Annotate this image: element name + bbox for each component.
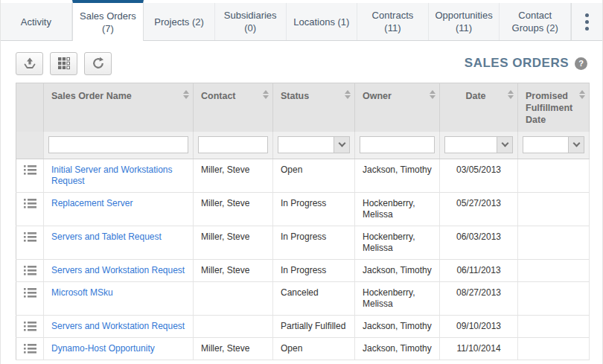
cell-sales-order-name: Servers and Workstation Request xyxy=(44,259,194,281)
column-header-label: Promised Fulfillment Date xyxy=(526,91,572,125)
sort-arrows-icon[interactable] xyxy=(183,90,189,99)
cell-promised-fulfillment-date xyxy=(518,281,590,315)
column-header-contact[interactable]: Contact xyxy=(194,83,273,132)
tab-activity[interactable]: Activity xyxy=(1,3,72,40)
tab-label: Subsidiaries (0) xyxy=(221,9,280,34)
table-header-row: Sales Order NameContactStatusOwnerDatePr… xyxy=(16,83,590,132)
filter-cell-promised-fulfillment-date xyxy=(518,132,590,159)
row-menu-cell xyxy=(16,259,44,281)
overflow-menu-button[interactable] xyxy=(571,3,602,40)
portlet-sales-orders: ActivitySales Orders (7)Projects (2)Subs… xyxy=(0,0,603,364)
tab-label: Locations (1) xyxy=(293,16,349,28)
cell-contact: Miller, Steve xyxy=(194,226,273,259)
cell-status: Partially Fulfilled xyxy=(273,315,355,337)
cell-contact: Miller, Steve xyxy=(194,259,273,281)
row-menu-icon[interactable] xyxy=(24,165,36,179)
filter-input-contact[interactable] xyxy=(198,136,268,153)
filter-input-sales-order-name[interactable] xyxy=(48,136,188,153)
tab-locations-1[interactable]: Locations (1) xyxy=(287,3,358,40)
column-header-promised-fulfillment-date[interactable]: Promised Fulfillment Date xyxy=(518,83,590,132)
cell-owner: Hockenberry, Melissa xyxy=(355,281,440,315)
cell-date: 05/27/2013 xyxy=(440,192,518,226)
column-header-label: Status xyxy=(281,91,309,101)
row-menu-column-header xyxy=(16,83,44,132)
list-toolbar: SALES ORDERS ? xyxy=(1,41,602,83)
tab-label: Opportunities (11) xyxy=(435,9,494,34)
row-menu-icon[interactable] xyxy=(24,265,36,279)
help-icon[interactable]: ? xyxy=(575,57,587,70)
columns-button[interactable] xyxy=(50,52,77,75)
column-header-label: Date xyxy=(465,91,485,101)
sort-arrows-icon[interactable] xyxy=(263,90,269,99)
row-menu-icon[interactable] xyxy=(24,321,36,335)
column-header-label: Contact xyxy=(201,91,236,101)
sales-order-link[interactable]: Servers and Tablet Request xyxy=(51,232,162,242)
tab-subsidiaries-0[interactable]: Subsidiaries (0) xyxy=(215,3,287,40)
row-menu-icon[interactable] xyxy=(24,198,36,212)
sales-order-link[interactable]: Microsoft MSku xyxy=(51,287,113,298)
tab-opportunities-11[interactable]: Opportunities (11) xyxy=(429,3,500,40)
filter-cell-sales-order-name xyxy=(44,132,194,159)
cell-status: Open xyxy=(273,337,355,360)
table-row: Replacement ServerMiller, SteveIn Progre… xyxy=(16,192,590,226)
cell-owner: Hockenberry, Melissa xyxy=(355,226,440,259)
tab-sales-orders-7[interactable]: Sales Orders (7) xyxy=(72,0,144,41)
sales-order-link[interactable]: Servers and Workstation Request xyxy=(51,265,185,275)
cell-contact: Miller, Steve xyxy=(194,337,273,360)
refresh-button[interactable] xyxy=(84,52,112,75)
row-menu-cell xyxy=(16,281,44,315)
cell-sales-order-name: Servers and Tablet Request xyxy=(44,226,194,259)
sales-order-link[interactable]: Initial Server and Workstations Request xyxy=(51,165,173,186)
cell-status: Open xyxy=(273,159,355,192)
column-header-sales-order-name[interactable]: Sales Order Name xyxy=(44,83,194,132)
export-button[interactable] xyxy=(16,52,43,75)
row-menu-cell xyxy=(16,337,44,360)
tab-label: Sales Orders (7) xyxy=(79,10,138,35)
sales-order-link[interactable]: Dynamo-Host Opportunity xyxy=(51,343,155,354)
cell-owner: Jackson, Timothy xyxy=(355,259,440,281)
filter-cell-date xyxy=(440,132,518,159)
cell-owner: Jackson, Timothy xyxy=(355,337,440,360)
sort-arrows-icon[interactable] xyxy=(579,90,585,99)
tab-contact-groups-2[interactable]: Contact Groups (2) xyxy=(500,3,571,40)
column-header-date[interactable]: Date xyxy=(440,83,518,132)
page-title: SALES ORDERS xyxy=(465,56,569,71)
cell-promised-fulfillment-date xyxy=(518,337,590,360)
sales-order-link[interactable]: Replacement Server xyxy=(51,198,133,208)
cell-owner: Jackson, Timothy xyxy=(355,159,440,192)
row-menu-icon[interactable] xyxy=(24,343,36,357)
column-header-status[interactable]: Status xyxy=(273,83,355,132)
tab-bar: ActivitySales Orders (7)Projects (2)Subs… xyxy=(1,3,602,41)
sales-orders-table: Sales Order NameContactStatusOwnerDatePr… xyxy=(16,83,590,360)
tab-contracts-11[interactable]: Contracts (11) xyxy=(357,3,429,40)
cell-date: 06/11/2013 xyxy=(440,259,518,281)
cell-sales-order-name: Microsoft MSku xyxy=(44,281,194,315)
sort-arrows-icon[interactable] xyxy=(430,90,436,99)
cell-contact xyxy=(194,315,273,337)
cell-date: 06/03/2013 xyxy=(440,226,518,259)
cell-date: 03/05/2013 xyxy=(440,159,518,192)
export-icon xyxy=(22,56,37,71)
cell-status: Canceled xyxy=(273,281,355,315)
row-menu-icon[interactable] xyxy=(24,287,36,301)
column-header-owner[interactable]: Owner xyxy=(355,83,440,132)
tab-projects-2[interactable]: Projects (2) xyxy=(144,3,215,40)
cell-contact xyxy=(194,281,273,315)
filter-input-owner[interactable] xyxy=(360,136,435,153)
sales-orders-table-wrap: Sales Order NameContactStatusOwnerDatePr… xyxy=(16,83,587,360)
sort-arrows-icon[interactable] xyxy=(345,90,351,99)
cell-promised-fulfillment-date xyxy=(518,159,590,192)
cell-sales-order-name: Initial Server and Workstations Request xyxy=(44,159,194,192)
filter-select-promised-fulfillment-date[interactable] xyxy=(523,136,584,153)
sales-order-link[interactable]: Servers and Workstation Request xyxy=(51,321,185,331)
filter-select-status[interactable] xyxy=(278,136,350,153)
table-row: Servers and Workstation RequestPartially… xyxy=(16,315,590,337)
table-row: Dynamo-Host OpportunityMiller, SteveOpen… xyxy=(16,337,590,360)
sort-arrows-icon[interactable] xyxy=(508,90,514,99)
filter-select-date[interactable] xyxy=(444,136,513,153)
filter-icon-cell xyxy=(16,132,44,159)
cell-promised-fulfillment-date xyxy=(518,315,590,337)
cell-status: In Progress xyxy=(273,259,355,281)
filter-cell-contact xyxy=(194,132,273,159)
row-menu-icon[interactable] xyxy=(24,232,36,246)
